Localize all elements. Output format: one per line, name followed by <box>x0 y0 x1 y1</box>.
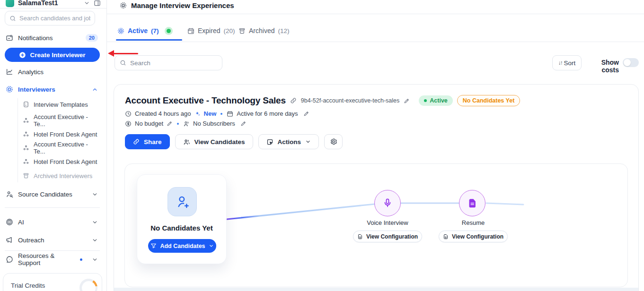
view-configuration-label: View Configuration <box>452 233 503 240</box>
tree-guide-line <box>18 98 18 182</box>
budget-dollar-icon <box>125 120 132 127</box>
sidebar-item-interviewer-4[interactable]: Hotel Front Desk Agent <box>23 156 101 167</box>
subscribers-text: No Subscribers <box>193 120 235 127</box>
sidebar-item-interviewer-1[interactable]: Account Executive - Te... <box>23 115 101 126</box>
separator-dot <box>177 123 179 125</box>
page-title: Manage Interview Experiences <box>131 1 234 9</box>
card-meta-row-1: Created 4 hours ago New Active for 6 mor… <box>125 110 309 117</box>
trial-credits-card[interactable]: Trial Credits <box>3 273 102 291</box>
settings-button[interactable] <box>324 134 343 149</box>
actions-button[interactable]: Actions <box>258 134 319 149</box>
view-candidates-label: View Candidates <box>194 138 245 146</box>
interviewer-card: Account Executive - Technology Sales 9b4… <box>114 84 639 291</box>
no-candidates-card: No Candidates Yet Add Candidates <box>137 174 227 264</box>
created-text: Created 4 hours ago <box>135 110 191 117</box>
sparkles-icon <box>194 111 201 117</box>
team-icon <box>23 145 29 151</box>
pipeline-flow-canvas[interactable]: No Candidates Yet Add Candidates Voice I… <box>124 163 628 287</box>
share-button[interactable]: Share <box>125 134 170 149</box>
list-search-input[interactable] <box>130 60 217 67</box>
candidates-icon <box>183 138 190 146</box>
tab-expired[interactable]: Expired (20) <box>187 25 235 37</box>
tab-label: Archived <box>249 27 274 34</box>
sidebar-item-notifications[interactable]: Notifications 20 <box>6 33 101 43</box>
search-input[interactable] <box>19 15 90 22</box>
list-search[interactable] <box>115 55 222 70</box>
voice-interview-node[interactable] <box>374 190 401 216</box>
sidebar-item-outreach[interactable]: Outreach <box>6 235 101 245</box>
sidebar-item-analytics[interactable]: Analytics <box>6 67 101 77</box>
edit-pencil-icon[interactable] <box>303 111 309 117</box>
collapse-sidebar-icon[interactable] <box>94 0 101 7</box>
sidebar-item-archived-interviewers[interactable]: Archived Interviewers <box>23 171 101 181</box>
show-costs-label: Show costs <box>588 59 619 74</box>
chevron-down-icon <box>209 243 214 248</box>
chevron-down-icon <box>92 191 98 197</box>
view-configuration-button-resume[interactable]: View Configuration <box>439 231 508 242</box>
sidebar-search[interactable] <box>5 11 95 26</box>
interviewer-bot-icon <box>6 86 13 93</box>
microphone-icon <box>382 198 393 208</box>
sidebar-item-label: Notifications <box>18 34 81 42</box>
sidebar-item-interviewer-3[interactable]: Account Executive - Te... <box>23 143 101 153</box>
sidebar-item-interviewers[interactable]: Interviewers <box>6 84 101 94</box>
subscribers-icon <box>183 120 190 127</box>
divider <box>107 42 644 42</box>
link-slug-icon[interactable] <box>290 97 297 104</box>
divider <box>5 207 100 208</box>
interviewer-bot-icon <box>117 27 124 34</box>
edit-pencil-icon[interactable] <box>167 120 173 127</box>
sidebar-item-label: Interviewers <box>18 86 87 93</box>
view-configuration-button-voice[interactable]: View Configuration <box>353 231 422 242</box>
actions-label: Actions <box>278 138 301 146</box>
sidebar-item-interview-templates[interactable]: Interview Templates <box>23 99 101 110</box>
action-cursor-icon <box>266 138 273 146</box>
sidebar-item-label: Account Executive - Te... <box>34 141 101 155</box>
active-tab-underline <box>116 39 182 41</box>
tab-label: Active <box>128 27 148 34</box>
interviewer-title: Account Executive - Technology Sales <box>125 95 286 106</box>
megaphone-icon <box>6 236 13 244</box>
new-tag: New <box>204 110 217 117</box>
sidebar-item-ai[interactable]: AI <box>6 217 101 227</box>
credits-progress-ring <box>79 279 97 291</box>
chevron-down-icon <box>92 257 98 263</box>
sidebar-item-label: Account Executive - Te... <box>34 113 101 128</box>
sidebar-item-label: Source Candidates <box>18 191 87 198</box>
tab-active[interactable]: Active (7) <box>117 25 171 37</box>
resume-document-icon <box>467 198 477 208</box>
resume-node[interactable] <box>459 190 485 216</box>
sidebar-item-label: AI <box>18 219 87 226</box>
sidebar-item-resources-support[interactable]: Resources & Support <box>6 254 101 265</box>
card-title-row: Account Executive - Technology Sales 9b4… <box>125 95 520 106</box>
add-candidates-label: Add Candidates <box>160 243 205 249</box>
separator-dot <box>221 113 222 115</box>
create-interviewer-button[interactable]: Create Interviewer <box>5 48 100 62</box>
sidebar-item-source-candidates[interactable]: Source Candidates <box>6 189 101 199</box>
archive-icon <box>238 27 246 34</box>
funnel-icon <box>150 243 157 249</box>
sidebar-item-label: Analytics <box>18 68 101 76</box>
sort-button[interactable]: ↓↑ Sort <box>552 55 582 70</box>
sidebar-item-label: Interview Templates <box>34 101 88 108</box>
divider <box>0 8 106 9</box>
sidebar-item-interviewer-2[interactable]: Hotel Front Desk Agent <box>23 129 101 139</box>
edit-pencil-icon[interactable] <box>240 120 247 127</box>
team-icon <box>23 117 29 124</box>
template-file-icon <box>23 101 29 108</box>
sort-arrows-icon: ↓↑ <box>558 60 562 66</box>
plus-icon <box>19 51 26 59</box>
chevron-down-icon <box>84 0 90 6</box>
person-add-icon <box>168 187 197 216</box>
active-duration-text: Active for 6 more days <box>237 110 298 117</box>
sort-label: Sort <box>564 60 576 67</box>
view-candidates-button[interactable]: View Candidates <box>175 134 253 149</box>
view-configuration-label: View Configuration <box>366 233 418 240</box>
edit-pencil-icon[interactable] <box>404 98 410 104</box>
node-label: Voice Interview <box>351 219 424 226</box>
tab-archived[interactable]: Archived (12) <box>238 25 289 37</box>
add-candidates-button[interactable]: Add Candidates <box>148 239 216 253</box>
document-icon <box>443 234 449 240</box>
ai-icon <box>6 218 13 226</box>
show-costs-toggle[interactable] <box>623 58 639 67</box>
